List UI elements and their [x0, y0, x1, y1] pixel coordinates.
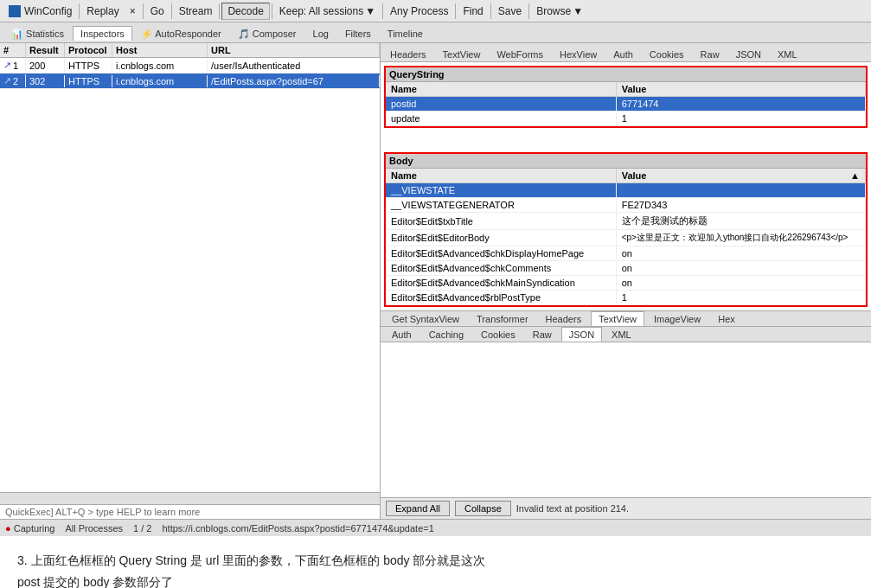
- tab-caching-bottom[interactable]: Caching: [421, 327, 471, 342]
- tab-cookies-bottom[interactable]: Cookies: [473, 327, 523, 342]
- tab-composer[interactable]: 🎵 Composer: [230, 26, 304, 42]
- row-hash: ↗ 2: [0, 74, 26, 87]
- querystring-header: QueryString: [386, 67, 866, 82]
- tab-headers-top[interactable]: Headers: [382, 47, 434, 61]
- replay-button[interactable]: Replay: [81, 3, 124, 19]
- stream-button[interactable]: Stream: [174, 3, 218, 19]
- table-row[interactable]: __VIEWSTATEGENERATOR FE27D343: [386, 198, 866, 213]
- pages-status: 1 / 2: [133, 523, 151, 534]
- tab-composer-label: 🎵 Composer: [238, 29, 297, 39]
- querystring-section: QueryString Name Value postid 6771474: [384, 66, 868, 128]
- body-scroll-icon[interactable]: ▲: [850, 170, 860, 181]
- pages-label: 1 / 2: [133, 523, 151, 534]
- keep-label: Keep: All sessions: [279, 5, 363, 17]
- process-label: Any Process: [390, 5, 448, 17]
- tab-statistics[interactable]: 📊 Statistics: [3, 26, 72, 42]
- body-row-value: on: [616, 276, 865, 291]
- bottom-text-line2: post 提交的 body 参数部分了: [17, 572, 854, 588]
- body-row-name: Editor$Edit$EditorBody: [386, 230, 616, 246]
- tab-autoresponder[interactable]: ⚡ AutoResponder: [133, 26, 229, 42]
- body-row-value: [616, 183, 865, 198]
- table-row[interactable]: Editor$Edit$Advanced$chkComments on: [386, 261, 866, 276]
- body-row-value: <p>这里是正文：欢迎加入ython接口自动化226296743</p>: [616, 230, 865, 246]
- tab-json-top[interactable]: JSON: [728, 47, 769, 61]
- collapse-button[interactable]: Collapse: [455, 501, 511, 516]
- find-label: Find: [463, 5, 483, 17]
- close-button[interactable]: ×: [125, 3, 141, 19]
- list-item[interactable]: ↗ 1 200 HTTPS i.cnblogs.com /user/IsAuth…: [0, 58, 380, 74]
- tab-auth-top[interactable]: Auth: [605, 47, 641, 61]
- table-row[interactable]: postid 6771474: [386, 97, 866, 112]
- process-button[interactable]: Any Process: [385, 3, 453, 19]
- tab-imageview-bottom[interactable]: ImageView: [646, 311, 708, 326]
- row-result: 302: [26, 75, 65, 87]
- bottom-text-line1: 3. 上面红色框框的 Query String 是 url 里面的参数，下面红色…: [17, 550, 854, 572]
- sep8: [490, 3, 491, 19]
- table-row[interactable]: Editor$Edit$Advanced$rblPostType 1: [386, 291, 866, 305]
- save-button[interactable]: Save: [493, 3, 527, 19]
- header-result: Result: [26, 43, 65, 57]
- header-protocol: Protocol: [65, 43, 112, 57]
- table-row[interactable]: Editor$Edit$Advanced$chkMainSyndication …: [386, 276, 866, 291]
- tab-headers-bottom[interactable]: Headers: [538, 311, 590, 326]
- decode-button[interactable]: Decode: [221, 3, 269, 20]
- table-row[interactable]: __VIEWSTATE: [386, 183, 866, 198]
- tab-json-bottom[interactable]: JSON: [561, 327, 602, 342]
- keep-arrow-icon: ▼: [365, 5, 375, 17]
- keep-button[interactable]: Keep: All sessions ▼: [274, 3, 381, 19]
- qs-row-value: 6771474: [616, 97, 865, 112]
- tab-xml-bottom[interactable]: XML: [604, 327, 639, 342]
- tab-log[interactable]: Log: [305, 26, 336, 41]
- qs-row-value: 1: [616, 112, 865, 126]
- tab-auth-bottom[interactable]: Auth: [384, 327, 419, 342]
- stream-label: Stream: [179, 5, 213, 17]
- quickexec-bar: QuickExec] ALT+Q > type HELP to learn mo…: [0, 504, 380, 519]
- status-bar: ● Capturing All Processes 1 / 2 https://…: [0, 519, 871, 536]
- tab-textview-top[interactable]: TextView: [435, 47, 489, 61]
- qs-row-name: postid: [386, 97, 616, 112]
- tab-timeline[interactable]: Timeline: [380, 26, 431, 41]
- row-id: 1: [13, 61, 18, 71]
- bottom-tab-area: Get SyntaxView Transformer Headers TextV…: [381, 310, 871, 412]
- browse-button[interactable]: Browse ▼: [531, 3, 588, 19]
- row-protocol: HTTPS: [65, 75, 112, 87]
- body-row-name: Editor$Edit$Advanced$chkDisplayHomePage: [386, 246, 616, 261]
- tab-xml-top[interactable]: XML: [770, 47, 805, 61]
- table-row[interactable]: Editor$Edit$Advanced$chkDisplayHomePage …: [386, 246, 866, 261]
- tab-inspectors[interactable]: Inspectors: [73, 26, 132, 41]
- go-button[interactable]: Go: [145, 3, 170, 19]
- table-row[interactable]: Editor$Edit$txbTitle 这个是我测试的标题: [386, 213, 866, 230]
- h-scrollbar[interactable]: [0, 492, 380, 504]
- tab-cookies-top[interactable]: Cookies: [642, 47, 692, 61]
- tab-webforms-top[interactable]: WebForms: [489, 47, 551, 61]
- bottom-response-content: [381, 342, 871, 412]
- qs-value-header: Value: [616, 82, 865, 97]
- section-spacer: [381, 131, 871, 149]
- tab-get-syntaxview[interactable]: Get SyntaxView: [384, 311, 467, 326]
- tab-filters[interactable]: Filters: [337, 26, 379, 41]
- tab-raw-bottom[interactable]: Raw: [525, 327, 560, 342]
- table-row[interactable]: Editor$Edit$EditorBody <p>这里是正文：欢迎加入ytho…: [386, 230, 866, 246]
- sep7: [455, 3, 456, 19]
- row-url: /EditPosts.aspx?postid=67: [208, 75, 380, 87]
- tab-hexview-top[interactable]: HexView: [552, 47, 605, 61]
- tab-log-label: Log: [313, 29, 329, 39]
- tab-inspectors-label: Inspectors: [80, 29, 125, 39]
- winconfig-button[interactable]: WinConfig: [3, 3, 77, 19]
- tab-hex-bottom[interactable]: Hex: [710, 311, 743, 326]
- tab-raw-top[interactable]: Raw: [693, 47, 727, 61]
- body-row-value: FE27D343: [616, 198, 865, 213]
- body-row-name: Editor$Edit$Advanced$chkComments: [386, 261, 616, 276]
- qs-row-name: update: [386, 112, 616, 126]
- sep4: [219, 3, 220, 19]
- tab-textview-bottom[interactable]: TextView: [591, 311, 644, 326]
- expand-all-button[interactable]: Expand All: [386, 501, 450, 516]
- list-header: # Result Protocol Host URL: [0, 43, 380, 58]
- body-row-name: __VIEWSTATE: [386, 183, 616, 198]
- list-item[interactable]: ↗ 2 302 HTTPS i.cnblogs.com /EditPosts.a…: [0, 74, 380, 89]
- decode-label: Decode: [227, 5, 263, 17]
- row-result: 200: [26, 60, 65, 72]
- table-row[interactable]: update 1: [386, 112, 866, 126]
- tab-transformer[interactable]: Transformer: [469, 311, 536, 326]
- find-button[interactable]: Find: [458, 3, 488, 19]
